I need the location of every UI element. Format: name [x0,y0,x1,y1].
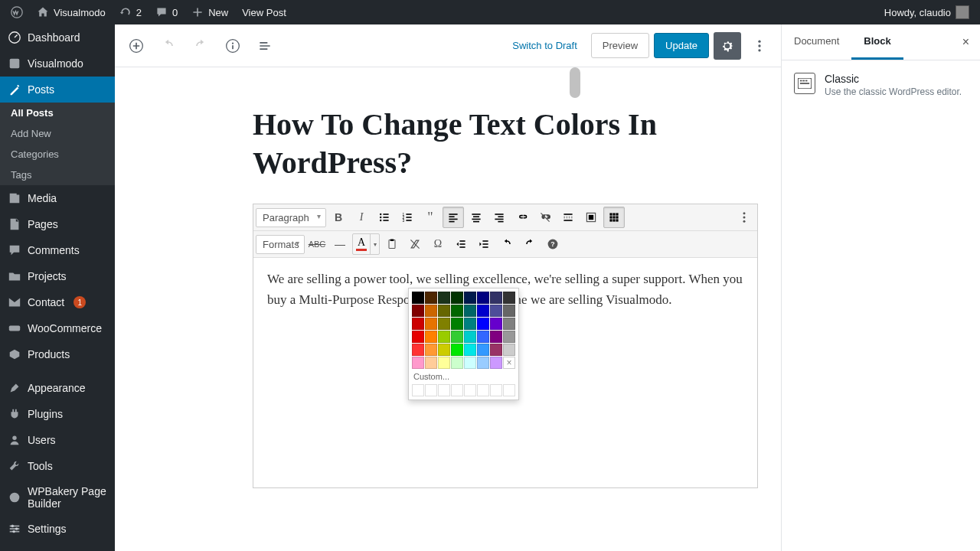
menu-media[interactable]: Media [0,185,115,211]
number-list-button[interactable]: 123 [397,207,418,228]
menu-users[interactable]: Users [0,427,115,453]
menu-products[interactable]: Products [0,341,115,367]
color-swatch[interactable] [451,318,463,330]
recent-slot[interactable] [451,384,463,396]
color-swatch[interactable] [412,357,424,369]
toolbar-toggle-button[interactable] [603,207,625,228]
recent-slot[interactable] [503,384,515,396]
my-account[interactable]: Howdy, claudio [878,0,975,24]
color-swatch[interactable] [412,318,424,330]
formats-select[interactable]: Formats [256,235,305,254]
menu-posts[interactable]: Posts [0,77,115,103]
submenu-categories[interactable]: Categories [0,144,115,165]
color-swatch[interactable] [438,344,450,356]
color-swatch[interactable] [438,357,450,369]
menu-woocommerce[interactable]: WooCommerce [0,315,115,341]
recent-slot[interactable] [477,384,489,396]
color-swatch[interactable] [425,331,437,343]
fullscreen-button[interactable] [580,207,602,228]
recent-slot[interactable] [425,384,437,396]
color-swatch[interactable] [451,292,463,304]
color-swatch[interactable] [438,305,450,317]
outline-button[interactable] [251,32,279,60]
recent-slot[interactable] [438,384,450,396]
strikethrough-button[interactable]: ABC [306,233,328,255]
color-swatch[interactable] [425,344,437,356]
indent-button[interactable] [473,233,495,255]
comments-bar[interactable]: 0 [149,0,184,24]
menu-projects[interactable]: Projects [0,263,115,289]
link-button[interactable] [511,207,533,228]
color-swatch[interactable] [477,292,489,304]
paste-button[interactable] [381,233,403,255]
color-swatch[interactable] [412,292,424,304]
italic-button[interactable]: I [351,207,372,228]
color-swatch[interactable] [464,344,476,356]
color-swatch[interactable] [425,305,437,317]
block-more-icon[interactable] [733,207,755,228]
custom-color-button[interactable]: Custom... [412,369,515,384]
color-swatch[interactable] [503,331,515,343]
scrollbar-thumb[interactable] [570,67,580,98]
outdent-button[interactable] [450,233,472,255]
menu-wpbakery[interactable]: WPBakery Page Builder [0,479,115,516]
wp-logo[interactable] [5,0,29,24]
color-swatch[interactable] [412,344,424,356]
color-swatch[interactable] [438,331,450,343]
text-color-button[interactable]: A ▾ [352,233,380,255]
hr-button[interactable]: — [329,233,351,255]
blockquote-button[interactable]: " [420,207,441,228]
color-swatch[interactable] [451,357,463,369]
color-swatch[interactable] [477,331,489,343]
switch-draft-link[interactable]: Switch to Draft [503,34,586,57]
submenu-all-posts[interactable]: All Posts [0,103,115,123]
paragraph-select[interactable]: Paragraph [256,208,326,227]
more-options-button[interactable] [746,32,773,60]
add-block-button[interactable] [122,32,150,60]
menu-appearance[interactable]: Appearance [0,375,115,401]
no-color-swatch[interactable]: × [503,357,515,369]
color-swatch[interactable] [464,292,476,304]
settings-toggle[interactable] [714,32,741,60]
submenu-add-new[interactable]: Add New [0,123,115,144]
color-swatch[interactable] [477,318,489,330]
color-swatch[interactable] [438,318,450,330]
redo-button[interactable] [187,32,214,60]
menu-plugins[interactable]: Plugins [0,401,115,427]
color-swatch[interactable] [451,344,463,356]
color-swatch[interactable] [503,344,515,356]
menu-pages[interactable]: Pages [0,211,115,237]
readmore-button[interactable] [557,207,579,228]
color-swatch[interactable] [490,318,502,330]
editor-redo-button[interactable] [519,233,541,255]
color-swatch[interactable] [490,357,502,369]
color-swatch[interactable] [490,344,502,356]
color-swatch[interactable] [425,318,437,330]
color-swatch[interactable] [425,357,437,369]
color-swatch[interactable] [412,305,424,317]
color-swatch[interactable] [490,292,502,304]
color-swatch[interactable] [503,305,515,317]
recent-slot[interactable] [464,384,476,396]
unlink-button[interactable] [534,207,556,228]
menu-comments[interactable]: Comments [0,237,115,263]
view-post[interactable]: View Post [236,0,292,24]
menu-tools[interactable]: Tools [0,453,115,479]
color-swatch[interactable] [464,318,476,330]
color-swatch[interactable] [503,292,515,304]
color-swatch[interactable] [477,344,489,356]
color-swatch[interactable] [451,305,463,317]
help-button[interactable]: ? [542,233,564,255]
color-swatch[interactable] [503,318,515,330]
recent-slot[interactable] [490,384,502,396]
tab-document[interactable]: Document [782,24,851,60]
bullet-list-button[interactable] [374,207,395,228]
color-swatch[interactable] [490,305,502,317]
color-swatch[interactable] [438,292,450,304]
tab-block[interactable]: Block [851,24,903,60]
color-swatch[interactable] [464,357,476,369]
special-char-button[interactable]: Ω [427,233,449,255]
color-swatch[interactable] [464,305,476,317]
color-swatch[interactable] [477,357,489,369]
menu-dashboard[interactable]: Dashboard [0,24,115,51]
